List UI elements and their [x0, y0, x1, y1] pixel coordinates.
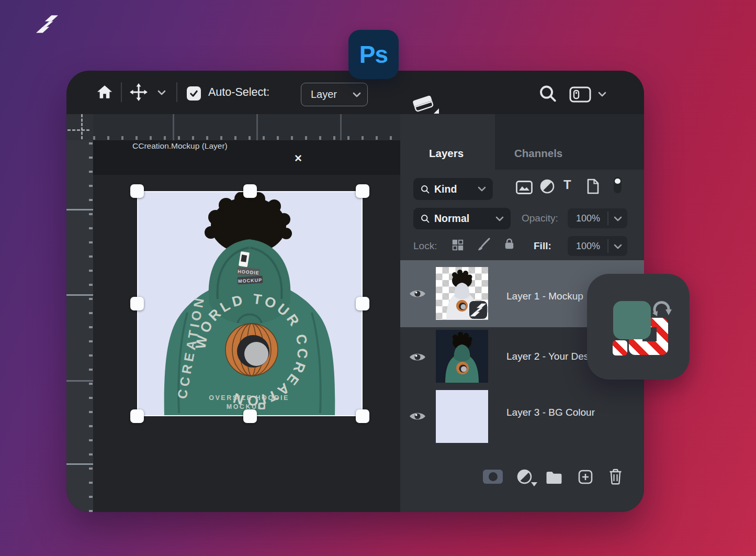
home-icon[interactable]	[97, 84, 112, 100]
chevron-down-icon	[353, 92, 361, 97]
replace-design-badge	[587, 274, 690, 380]
fill-input[interactable]: 100%	[568, 236, 627, 256]
opacity-value: 100%	[576, 213, 600, 224]
lock-paint-icon[interactable]	[477, 237, 491, 251]
transform-handle-top-right[interactable]	[356, 184, 369, 198]
guide-crosshair-vertical	[81, 114, 83, 139]
auto-select-checkbox[interactable]	[187, 86, 201, 101]
kind-filter-label: Kind	[434, 183, 457, 195]
move-tool-icon[interactable]	[130, 83, 148, 101]
smart-object-badge	[469, 301, 487, 319]
auto-select-label: Auto-Select:	[208, 86, 269, 99]
ccreation-logo-icon	[469, 301, 487, 319]
adjustment-caret-icon	[531, 482, 537, 486]
divider	[607, 239, 608, 253]
visibility-eye-icon[interactable]	[409, 410, 426, 422]
delete-layer-icon[interactable]	[608, 469, 623, 485]
blend-mode-value: Normal	[434, 213, 469, 225]
adjustment-layer-icon[interactable]	[517, 469, 532, 484]
auto-select-target-dropdown[interactable]: Layer	[301, 83, 368, 106]
fill-value: 100%	[576, 241, 600, 252]
eraser-tool-icon[interactable]	[411, 90, 440, 114]
add-mask-icon[interactable]	[483, 470, 503, 484]
transform-handle-bottom-left[interactable]	[130, 409, 144, 423]
replace-arrows-icon	[650, 298, 674, 321]
type-layer-filter-icon[interactable]: T	[563, 177, 571, 192]
close-icon[interactable]: ✕	[292, 152, 304, 164]
transform-handle-bottom-right[interactable]	[356, 409, 369, 423]
ccreation-logo-icon	[35, 13, 60, 35]
lock-transparency-icon[interactable]	[452, 239, 464, 251]
dropdown-value: Layer	[311, 88, 337, 101]
opacity-label: Opacity:	[522, 213, 558, 224]
ruler-ticks	[89, 114, 93, 512]
toolbar-divider	[121, 82, 122, 102]
search-icon	[421, 185, 430, 194]
search-icon[interactable]	[539, 84, 557, 103]
adjustment-layer-filter-icon[interactable]	[540, 179, 555, 194]
shape-layer-filter-icon[interactable]	[586, 179, 600, 194]
fill-label: Fill:	[534, 240, 551, 252]
ruler-major-tick	[340, 114, 342, 140]
checkmark-icon	[189, 88, 199, 98]
lock-label: Lock:	[413, 240, 437, 252]
new-layer-icon[interactable]	[578, 470, 593, 484]
ruler-guide	[66, 294, 93, 296]
layer-row[interactable]: Layer 3 - BG Colour	[400, 387, 644, 453]
layer-thumbnail[interactable]	[436, 330, 488, 383]
layer-name: Layer 2 - Your Des	[506, 351, 589, 362]
chevron-down-icon[interactable]	[598, 92, 606, 97]
blend-mode-dropdown[interactable]: Normal	[413, 208, 511, 229]
ruler-ticks	[93, 136, 400, 140]
vertical-ruler[interactable]	[66, 114, 93, 512]
group-folder-icon[interactable]	[545, 470, 563, 484]
toolbar-divider	[176, 82, 177, 102]
design-thumb-art	[436, 330, 488, 383]
chevron-down-icon[interactable]	[614, 244, 622, 249]
lock-all-icon[interactable]	[503, 237, 516, 251]
transform-handle-mid-right[interactable]	[356, 297, 369, 310]
ruler-major-tick	[256, 114, 258, 140]
ruler-guide	[66, 209, 93, 210]
photoshop-window: Auto-Select: Layer	[66, 71, 644, 512]
chevron-down-icon	[495, 216, 504, 221]
workspace-icon[interactable]	[569, 86, 591, 103]
transform-handle-bottom-center[interactable]	[243, 409, 257, 423]
visibility-eye-icon[interactable]	[409, 351, 426, 363]
toggle-knob	[615, 179, 620, 184]
pixel-layer-filter-icon[interactable]	[516, 181, 533, 194]
layer-name: Layer 1 - Mockup	[506, 291, 583, 302]
tab-channels-label[interactable]: Channels	[514, 147, 562, 160]
chevron-down-icon[interactable]	[614, 216, 622, 221]
ruler-guide	[66, 380, 93, 382]
transform-handle-top-left[interactable]	[130, 184, 144, 198]
mask-dot	[489, 472, 498, 481]
layer-thumbnail[interactable]	[436, 267, 488, 320]
visibility-eye-icon[interactable]	[409, 288, 426, 299]
transform-handle-top-center[interactable]	[243, 184, 257, 198]
ruler-corner	[66, 114, 93, 140]
layer-name: Layer 3 - BG Colour	[506, 407, 595, 418]
guide-crosshair-horizontal	[67, 129, 89, 131]
filter-toggle-switch[interactable]	[614, 177, 622, 193]
tab-layers[interactable]: Layers	[429, 147, 464, 160]
search-icon	[421, 214, 430, 223]
small-striped-shape	[613, 340, 627, 355]
layer-thumbnail[interactable]	[436, 390, 488, 443]
opacity-input[interactable]: 100%	[568, 208, 627, 228]
horizontal-ruler[interactable]	[93, 114, 400, 140]
tab-channels[interactable]	[495, 114, 644, 170]
document-tab[interactable]: CCreation.Mockup (Layer) ✕	[93, 140, 400, 175]
ruler-guide	[66, 463, 93, 465]
ps-badge-label: Ps	[359, 40, 388, 69]
document-title: CCreation.Mockup (Layer)	[132, 141, 228, 151]
teal-swatch-shape	[613, 301, 651, 339]
transform-handle-mid-left[interactable]	[130, 297, 144, 310]
transform-selection-outline	[137, 191, 363, 416]
kind-filter-dropdown[interactable]: Kind	[413, 178, 493, 200]
divider	[607, 212, 608, 225]
hero-scene: Ps Auto-Select: Layer	[0, 0, 756, 556]
photoshop-app-icon: Ps	[348, 30, 399, 79]
ruler-major-tick	[173, 114, 174, 140]
chevron-down-icon[interactable]	[157, 90, 166, 95]
